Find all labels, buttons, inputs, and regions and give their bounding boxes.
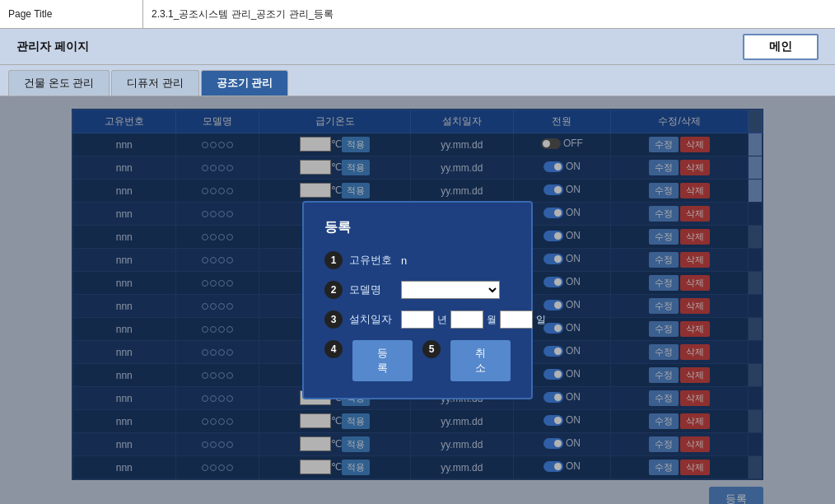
page-title: Page Title: [8, 0, 143, 28]
modal-title: 등록: [324, 219, 511, 236]
tab-building-temp[interactable]: 건물 온도 관리: [8, 70, 110, 96]
modal-label-date: 설치일자: [349, 312, 394, 327]
modal-label-id: 고유번호: [349, 253, 394, 268]
main-button[interactable]: 메인: [743, 34, 819, 60]
step-badge-4: 4: [324, 340, 343, 358]
tab-bar: 건물 온도 관리 디퓨저 관리 공조기 관리: [0, 65, 835, 96]
modal-label-model: 모델명: [349, 282, 394, 297]
month-input[interactable]: [450, 310, 483, 329]
year-label: 년: [437, 313, 447, 327]
page-subtitle: 2.3.1_공조시스템 관리_공조기 관리_등록: [143, 7, 334, 21]
month-label: 월: [487, 313, 497, 327]
modal-model-select[interactable]: [401, 281, 500, 299]
step-badge-3: 3: [324, 310, 343, 329]
step-badge-1: 1: [324, 251, 343, 269]
modal-row-id: 1 고유번호 n: [324, 251, 511, 269]
modal-btn-row: 4 등록 5 취소: [324, 340, 511, 381]
admin-label: 관리자 페이지: [16, 40, 89, 54]
header: 관리자 페이지 메인: [0, 29, 835, 65]
modal-row-date: 3 설치일자 년 월 일: [324, 310, 511, 329]
date-input-group: 년 월 일: [401, 310, 546, 329]
modal-register-button[interactable]: 등록: [352, 340, 413, 381]
step-badge-2: 2: [324, 281, 343, 299]
year-input[interactable]: [401, 310, 434, 329]
tab-diffuser[interactable]: 디퓨저 관리: [111, 70, 199, 96]
day-input[interactable]: [500, 310, 533, 329]
step-badge-5: 5: [422, 340, 441, 358]
modal-row-model: 2 모델명: [324, 281, 511, 299]
main-content: 고유번호 모델명 급기온도 설치일자 전원 수정/삭제 nnn℃적용yy.mm.…: [0, 96, 835, 504]
modal-cancel-button[interactable]: 취소: [450, 340, 511, 381]
tab-air-conditioner[interactable]: 공조기 관리: [201, 70, 289, 96]
title-bar: Page Title 2.3.1_공조시스템 관리_공조기 관리_등록: [0, 0, 835, 29]
modal-dialog: 등록 1 고유번호 n 2 모델명 3 설치일자 년: [302, 201, 533, 399]
day-label: 일: [536, 313, 546, 327]
modal-overlay: 등록 1 고유번호 n 2 모델명 3 설치일자 년: [0, 96, 835, 504]
modal-value-id: n: [401, 254, 407, 267]
